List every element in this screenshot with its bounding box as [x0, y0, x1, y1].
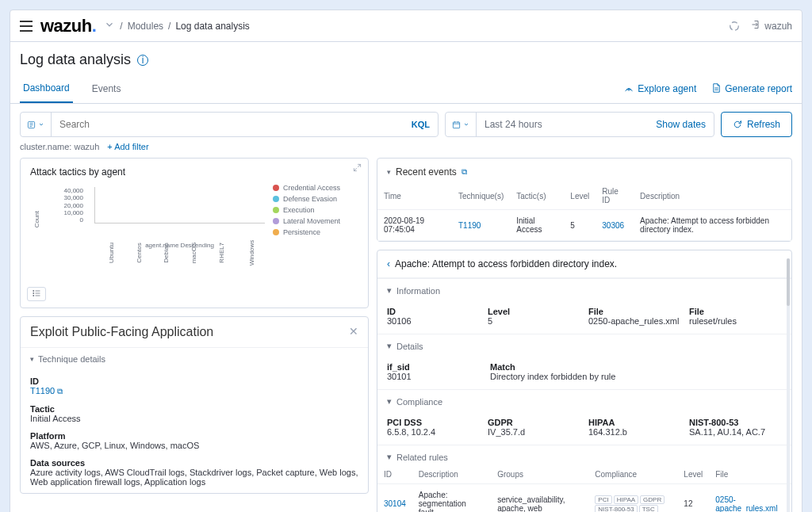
col-technique[interactable]: Technique(s) — [452, 182, 510, 210]
technique-title: Exploit Public-Facing Application — [21, 317, 368, 347]
y-axis-label: Count — [32, 195, 40, 227]
show-dates-link[interactable]: Show dates — [648, 119, 714, 130]
explore-agent-button[interactable]: Explore agent — [624, 83, 696, 95]
antenna-icon — [624, 83, 634, 95]
chevron-left-icon: ‹ — [387, 258, 390, 269]
col-level[interactable]: Level — [564, 182, 596, 210]
external-link-icon[interactable]: ⧉ — [57, 387, 63, 395]
svg-point-4 — [33, 292, 34, 294]
y-axis-ticks: 40,00030,00020,00010,0000 — [48, 184, 86, 239]
refresh-button[interactable]: Refresh — [721, 112, 792, 137]
technique-details-section[interactable]: ▾Technique details — [21, 347, 368, 370]
collapse-icon[interactable]: ▾ — [387, 168, 391, 176]
maximize-icon[interactable] — [353, 163, 362, 174]
details-section[interactable]: ▾Details — [377, 334, 791, 357]
filter-options-icon[interactable] — [21, 113, 52, 136]
compliance-section[interactable]: ▾Compliance — [377, 389, 791, 413]
kql-toggle[interactable]: KQL — [412, 120, 438, 129]
col-ruleid[interactable]: Rule ID — [596, 182, 634, 210]
close-icon[interactable]: ✕ — [349, 325, 358, 338]
svg-point-5 — [33, 295, 34, 296]
calendar-icon[interactable] — [446, 113, 477, 136]
col-desc[interactable]: Description — [634, 182, 791, 210]
x-axis-title: agent.name Descending — [94, 242, 265, 249]
chart-title: Attack tactics by agent — [30, 166, 358, 178]
svg-point-0 — [730, 21, 739, 30]
generate-report-button[interactable]: Generate report — [712, 83, 792, 95]
breadcrumb: / Modules / Log data analysis — [104, 19, 249, 32]
col-time[interactable]: Time — [377, 182, 452, 210]
breadcrumb-modules[interactable]: Modules — [128, 21, 163, 32]
col-tactic[interactable]: Tactic(s) — [510, 182, 564, 210]
info-icon[interactable]: i — [137, 55, 148, 66]
search-input[interactable] — [52, 119, 412, 130]
menu-toggle[interactable] — [20, 21, 33, 32]
document-icon — [712, 83, 721, 95]
legend-toggle-icon[interactable] — [27, 287, 46, 301]
x-axis-labels: UbuntuCentosDebianmacOSRHEL7Windows — [94, 253, 265, 260]
related-rule-row[interactable]: 30104 Apache: segmentation fault. servic… — [377, 484, 791, 513]
event-row[interactable]: 2020-08-19 07:45:04 T1190 Initial Access… — [377, 210, 791, 241]
breadcrumb-current: Log data analysis — [175, 21, 249, 32]
external-link-icon[interactable]: ⧉ — [462, 167, 467, 177]
recent-events-title: Recent events — [396, 166, 457, 178]
loading-icon — [729, 21, 740, 32]
tab-dashboard[interactable]: Dashboard — [20, 75, 73, 103]
time-range[interactable]: Last 24 hours — [477, 119, 648, 130]
user-label[interactable]: wazuh — [764, 21, 792, 32]
svg-point-3 — [33, 290, 34, 292]
technique-id-link[interactable]: T1190 — [30, 386, 55, 395]
chart-legend: Credential AccessDefense EvasionExecutio… — [273, 184, 352, 239]
chart-bars — [94, 187, 265, 224]
logout-icon[interactable] — [751, 20, 760, 32]
svg-rect-2 — [453, 122, 459, 128]
add-filter-link[interactable]: + Add filter — [107, 142, 148, 151]
page-title: Log data analysis — [20, 52, 131, 68]
logo: wazuh. — [40, 16, 96, 36]
chevron-down-icon[interactable] — [104, 19, 115, 32]
info-section[interactable]: ▾Information — [377, 278, 791, 302]
tab-events[interactable]: Events — [89, 75, 124, 102]
filter-chip[interactable]: cluster.name: wazuh — [20, 142, 99, 151]
back-button[interactable]: ‹ Apache: Attempt to access forbidden di… — [377, 250, 791, 278]
